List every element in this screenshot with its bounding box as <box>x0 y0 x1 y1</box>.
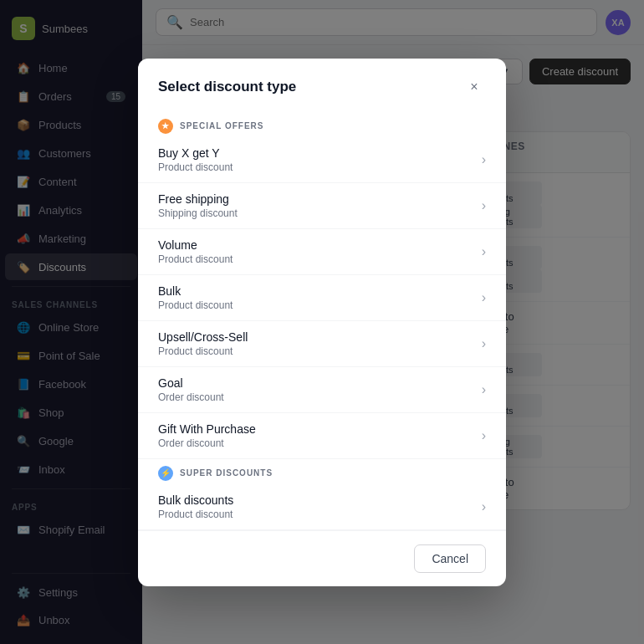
modal-footer: Cancel <box>138 530 506 586</box>
discount-item-content: Bulk discounts Product discount <box>158 493 233 520</box>
discount-item-content: Goal Order discount <box>158 376 224 403</box>
modal-title: Select discount type <box>158 79 296 95</box>
discount-item-title: Volume <box>158 238 233 252</box>
discount-item-title: Goal <box>158 376 224 390</box>
discount-item-subtitle: Product discount <box>158 345 248 357</box>
discount-item-subtitle: Product discount <box>158 253 233 265</box>
super-discounts-label: SUPER DISCOUNTS <box>180 468 273 478</box>
discount-item-subtitle: Order discount <box>158 437 256 449</box>
chevron-right-icon: › <box>482 198 486 213</box>
modal-overlay: Select discount type × ★ SPECIAL OFFERS … <box>0 0 644 644</box>
discount-item-subtitle: Order discount <box>158 391 224 403</box>
chevron-right-icon: › <box>482 152 486 167</box>
discount-item-content: Free shipping Shipping discount <box>158 192 238 219</box>
super-discounts-section: ⚡ SUPER DISCOUNTS <box>138 459 506 484</box>
chevron-right-icon: › <box>482 336 486 351</box>
super-discounts-icon: ⚡ <box>158 466 173 481</box>
discount-item-title: Bulk discounts <box>158 493 233 507</box>
discount-type-bulk[interactable]: Bulk Product discount › <box>138 275 506 321</box>
discount-type-buy-x-get-y[interactable]: Buy X get Y Product discount › <box>138 137 506 183</box>
discount-item-title: Free shipping <box>158 192 238 206</box>
modal-close-button[interactable]: × <box>463 75 486 99</box>
special-offers-label: SPECIAL OFFERS <box>180 121 264 130</box>
discount-item-title: Bulk <box>158 284 233 298</box>
discount-type-volume[interactable]: Volume Product discount › <box>138 229 506 275</box>
chevron-right-icon: › <box>482 290 486 305</box>
chevron-right-icon: › <box>482 244 486 259</box>
discount-type-upsell-cross-sell[interactable]: Upsell/Cross-Sell Product discount › <box>138 321 506 367</box>
discount-item-content: Volume Product discount <box>158 238 233 265</box>
discount-item-subtitle: Product discount <box>158 161 233 173</box>
modal-header: Select discount type × <box>138 59 506 112</box>
discount-item-content: Upsell/Cross-Sell Product discount <box>158 330 248 357</box>
discount-item-content: Buy X get Y Product discount <box>158 146 233 173</box>
discount-type-gift-with-purchase[interactable]: Gift With Purchase Order discount › <box>138 413 506 459</box>
cancel-button[interactable]: Cancel <box>414 544 486 573</box>
discount-item-subtitle: Shipping discount <box>158 207 238 219</box>
chevron-right-icon: › <box>482 382 486 397</box>
discount-type-free-shipping[interactable]: Free shipping Shipping discount › <box>138 183 506 229</box>
discount-type-goal[interactable]: Goal Order discount › <box>138 367 506 413</box>
discount-item-title: Gift With Purchase <box>158 422 256 436</box>
discount-item-content: Gift With Purchase Order discount <box>158 422 256 449</box>
discount-item-subtitle: Product discount <box>158 299 233 311</box>
chevron-right-icon: › <box>482 428 486 443</box>
chevron-right-icon: › <box>482 499 486 514</box>
discount-type-bulk-discounts[interactable]: Bulk discounts Product discount › <box>138 484 506 530</box>
special-offers-icon: ★ <box>158 119 173 134</box>
special-offers-section: ★ SPECIAL OFFERS <box>138 112 506 137</box>
discount-item-title: Buy X get Y <box>158 146 233 160</box>
discount-item-content: Bulk Product discount <box>158 284 233 311</box>
discount-item-subtitle: Product discount <box>158 509 233 520</box>
select-discount-type-modal: Select discount type × ★ SPECIAL OFFERS … <box>138 59 506 586</box>
discount-item-title: Upsell/Cross-Sell <box>158 330 248 344</box>
